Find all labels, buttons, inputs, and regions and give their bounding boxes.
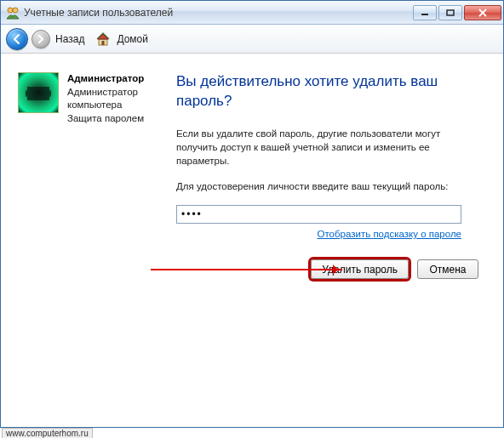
- forward-button[interactable]: [32, 30, 50, 48]
- account-panel: Администратор Администратор компьютера З…: [18, 72, 163, 418]
- back-button[interactable]: [6, 28, 28, 50]
- minimize-button[interactable]: [413, 5, 437, 20]
- window-title: Учетные записи пользователей: [24, 7, 411, 19]
- avatar: [18, 72, 59, 113]
- account-status: Защита паролем: [67, 112, 163, 126]
- account-role: Администратор компьютера: [67, 86, 163, 112]
- warning-text: Если вы удалите свой пароль, другие поль…: [176, 127, 457, 168]
- svg-rect-6: [102, 41, 105, 45]
- account-name: Администратор: [67, 72, 163, 86]
- annotation-arrow: [151, 269, 342, 270]
- window-frame: Учетные записи пользователей Назад: [0, 0, 504, 428]
- page-heading: Вы действительно хотите удалить ваш паро…: [176, 72, 486, 111]
- home-icon[interactable]: [94, 31, 112, 48]
- window-controls: [411, 5, 501, 20]
- svg-rect-3: [447, 10, 454, 15]
- maximize-button[interactable]: [438, 5, 462, 20]
- main-panel: Вы действительно хотите удалить ваш паро…: [163, 72, 486, 418]
- titlebar: Учетные записи пользователей: [1, 1, 503, 25]
- watermark: www.computerhom.ru: [2, 428, 93, 438]
- cancel-button[interactable]: Отмена: [417, 259, 478, 279]
- close-button[interactable]: [464, 5, 501, 20]
- svg-point-1: [13, 8, 18, 13]
- content-area: Администратор Администратор компьютера З…: [1, 54, 503, 427]
- back-label: Назад: [55, 33, 84, 45]
- action-row: Удалить пароль Отмена: [176, 259, 478, 279]
- app-icon: [6, 6, 20, 20]
- nav-toolbar: Назад Домой: [1, 25, 503, 54]
- arrow-right-icon: [36, 34, 46, 44]
- prompt-text: Для удостоверения личности введите ваш т…: [176, 179, 457, 193]
- svg-point-0: [8, 8, 13, 13]
- arrow-left-icon: [11, 33, 23, 45]
- show-hint-link[interactable]: Отобразить подсказку о пароле: [176, 229, 461, 239]
- svg-rect-2: [421, 14, 428, 15]
- account-info: Администратор Администратор компьютера З…: [67, 72, 163, 418]
- password-input[interactable]: [176, 205, 461, 224]
- home-label: Домой: [117, 33, 148, 45]
